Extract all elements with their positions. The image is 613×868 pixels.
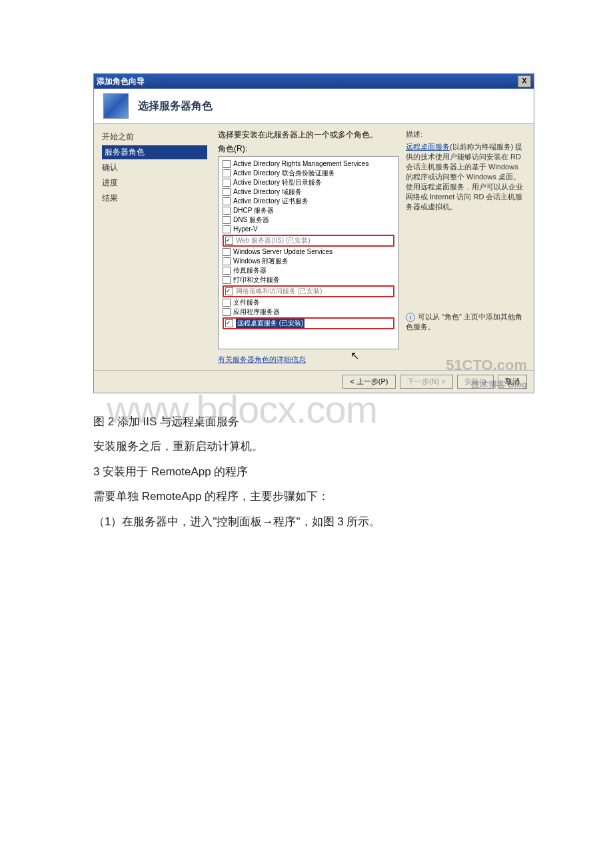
doc-line: 安装服务之后，重新启动计算机。 <box>93 434 520 459</box>
role-label: Active Directory Rights Management Servi… <box>233 159 368 169</box>
document-body: 图 2 添加 IIS 与远程桌面服务 安装服务之后，重新启动计算机。 3 安装用… <box>93 409 520 534</box>
role-item[interactable]: 网络策略和访问服务 (已安装) <box>225 287 392 296</box>
roles-prompt: 选择要安装在此服务器上的一个或多个角色。 <box>218 129 399 141</box>
role-label: DNS 服务器 <box>233 215 269 225</box>
role-label: Active Directory 域服务 <box>233 187 302 197</box>
checkbox-icon[interactable] <box>223 169 231 177</box>
checkbox-icon[interactable] <box>223 207 231 215</box>
close-icon[interactable]: X <box>518 75 531 87</box>
cursor-icon: ↖ <box>350 349 359 362</box>
checkbox-icon[interactable] <box>223 257 231 265</box>
sidebar-item-confirm[interactable]: 确认 <box>102 160 207 175</box>
role-item[interactable]: Active Directory 轻型目录服务 <box>223 178 394 187</box>
role-label: 网络策略和访问服务 (已安装) <box>236 287 322 296</box>
role-item[interactable]: Active Directory 联合身份验证服务 <box>223 169 394 178</box>
checkbox-icon[interactable] <box>225 287 233 295</box>
wizard-header: 选择服务器角色 <box>94 89 534 124</box>
checkbox-icon[interactable] <box>223 188 231 196</box>
doc-heading: 3 安装用于 RemoteApp 的程序 <box>93 459 520 484</box>
sidebar-item-server-roles[interactable]: 服务器角色 <box>102 145 207 159</box>
role-label: 应用程序服务器 <box>233 307 280 317</box>
titlebar[interactable]: 添加角色向导 X <box>94 74 534 89</box>
wizard-icon <box>103 93 129 119</box>
role-label: 远程桌面服务 (已安装) <box>236 319 305 328</box>
checkbox-icon[interactable] <box>223 179 231 187</box>
cancel-button[interactable]: 取消 <box>498 375 527 389</box>
roles-listbox[interactable]: Active Directory Rights Management Servi… <box>218 156 399 349</box>
role-item[interactable]: DHCP 服务器 <box>223 206 394 215</box>
info-tip: i可以从 "角色" 主页中添加其他角色服务。 <box>406 312 526 332</box>
window-title: 添加角色向导 <box>97 76 145 87</box>
sidebar-item-results[interactable]: 结果 <box>102 191 207 206</box>
previous-button[interactable]: < 上一步(P) <box>342 375 395 389</box>
checkbox-icon[interactable] <box>223 197 231 205</box>
role-label: 传真服务器 <box>233 266 267 275</box>
checkbox-icon[interactable] <box>223 276 231 284</box>
doc-line: （1）在服务器中，进入"控制面板→程序"，如图 3 所示。 <box>93 509 520 534</box>
role-item[interactable]: Active Directory Rights Management Servi… <box>223 159 394 169</box>
sidebar-item-progress[interactable]: 进度 <box>102 175 207 191</box>
role-item[interactable]: 打印和文件服务 <box>223 275 394 285</box>
role-item[interactable]: Active Directory 证书服务 <box>223 197 394 206</box>
install-button: 安装(I) <box>457 375 493 389</box>
role-label: Active Directory 联合身份验证服务 <box>233 169 335 178</box>
checkbox-icon[interactable] <box>225 237 233 245</box>
role-item[interactable]: Hyper-V <box>223 225 394 234</box>
add-roles-wizard-window: 添加角色向导 X 选择服务器角色 开始之前 服务器角色 确认 进度 结果 选择要… <box>93 73 534 393</box>
role-item[interactable]: 应用程序服务器 <box>223 307 394 317</box>
checkbox-icon[interactable] <box>223 216 231 224</box>
figure-caption: 图 2 添加 IIS 与远程桌面服务 <box>93 409 520 434</box>
checkbox-icon[interactable] <box>223 308 231 316</box>
role-item[interactable]: Web 服务器(IIS) (已安装) <box>225 236 392 245</box>
roles-detail-link[interactable]: 有关服务器角色的详细信息 <box>218 355 306 365</box>
checkbox-icon[interactable] <box>223 225 231 233</box>
role-item[interactable]: DNS 服务器 <box>223 215 394 225</box>
role-label: Active Directory 轻型目录服务 <box>233 178 322 187</box>
description-link[interactable]: 远程桌面服务 <box>406 143 450 151</box>
doc-line: 需要单独 RemoteApp 的程序，主要步骤如下： <box>93 484 520 509</box>
checkbox-icon[interactable] <box>223 267 231 275</box>
role-label: 打印和文件服务 <box>233 275 280 285</box>
checkbox-icon[interactable] <box>223 299 231 307</box>
role-label: Hyper-V <box>233 225 258 234</box>
description-label: 描述: <box>406 129 526 139</box>
role-item[interactable]: 远程桌面服务 (已安装) <box>225 319 392 328</box>
wizard-button-row: < 上一步(P) 下一步(N) > 安装(I) 取消 51CTO.com 技术博… <box>94 370 534 393</box>
next-button: 下一步(N) > <box>400 375 453 389</box>
sidebar-item-before-begin[interactable]: 开始之前 <box>102 129 207 145</box>
role-label: Windows 部署服务 <box>233 257 289 266</box>
role-item[interactable]: Windows Server Update Services <box>223 247 394 257</box>
checkbox-icon[interactable] <box>223 160 231 168</box>
role-label: DHCP 服务器 <box>233 206 274 215</box>
checkbox-icon[interactable] <box>223 248 231 256</box>
role-item[interactable]: 传真服务器 <box>223 266 394 275</box>
role-label: Web 服务器(IIS) (已安装) <box>236 236 310 245</box>
info-icon: i <box>406 313 415 322</box>
description-text: 远程桌面服务(以前称为终端服务) 提供的技术使用户能够访问安装在 RD 会话主机… <box>406 142 526 212</box>
wizard-step-title: 选择服务器角色 <box>138 99 213 113</box>
role-item[interactable]: 文件服务 <box>223 298 394 307</box>
wizard-sidebar: 开始之前 服务器角色 确认 进度 结果 <box>94 124 215 370</box>
role-label: Active Directory 证书服务 <box>233 197 308 206</box>
role-item[interactable]: Active Directory 域服务 <box>223 187 394 197</box>
roles-label: 角色(R): <box>218 143 399 155</box>
checkbox-icon[interactable] <box>225 319 233 327</box>
role-item[interactable]: Windows 部署服务 <box>223 257 394 266</box>
role-label: Windows Server Update Services <box>233 247 332 257</box>
role-label: 文件服务 <box>233 298 260 307</box>
